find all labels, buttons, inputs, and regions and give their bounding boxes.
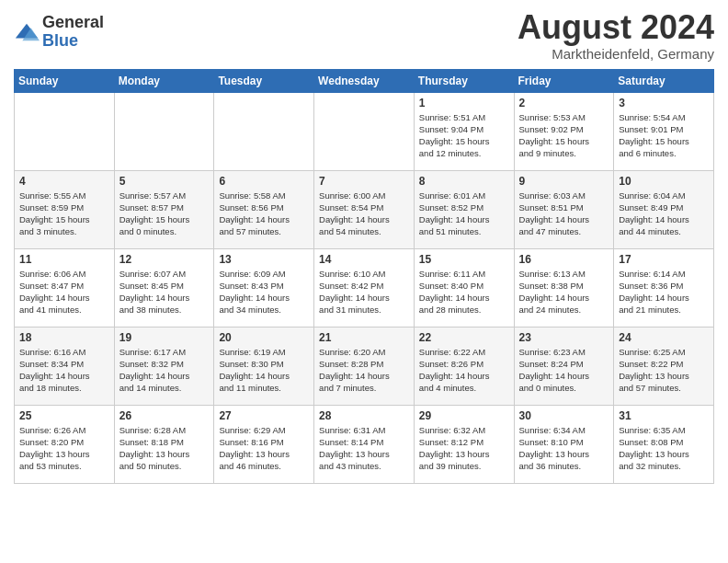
day-number: 31 xyxy=(619,409,709,422)
day-number: 3 xyxy=(619,97,709,109)
day-info: Sunrise: 6:19 AM Sunset: 8:30 PM Dayligh… xyxy=(219,346,309,395)
day-number: 2 xyxy=(519,97,609,109)
day-cell: 15Sunrise: 6:11 AM Sunset: 8:40 PM Dayli… xyxy=(414,248,514,327)
day-cell: 26Sunrise: 6:28 AM Sunset: 8:18 PM Dayli… xyxy=(114,405,214,483)
day-number: 27 xyxy=(219,409,309,422)
logo: General Blue xyxy=(14,14,104,51)
day-number: 13 xyxy=(219,253,309,266)
day-cell xyxy=(314,92,415,170)
day-cell: 4Sunrise: 5:55 AM Sunset: 8:59 PM Daylig… xyxy=(15,170,115,248)
day-number: 4 xyxy=(19,175,109,188)
day-number: 21 xyxy=(319,331,409,344)
day-info: Sunrise: 6:14 AM Sunset: 8:36 PM Dayligh… xyxy=(619,268,709,316)
day-info: Sunrise: 6:31 AM Sunset: 8:14 PM Dayligh… xyxy=(319,424,409,473)
day-cell: 29Sunrise: 6:32 AM Sunset: 8:12 PM Dayli… xyxy=(414,405,514,483)
day-info: Sunrise: 6:03 AM Sunset: 8:51 PM Dayligh… xyxy=(519,190,609,238)
day-cell: 9Sunrise: 6:03 AM Sunset: 8:51 PM Daylig… xyxy=(514,170,614,248)
page-header: General Blue August 2024 Marktheidenfeld… xyxy=(14,9,714,62)
month-title: August 2024 xyxy=(518,9,714,46)
day-cell: 20Sunrise: 6:19 AM Sunset: 8:30 PM Dayli… xyxy=(214,327,314,405)
week-row-4: 18Sunrise: 6:16 AM Sunset: 8:34 PM Dayli… xyxy=(15,327,714,405)
day-header-thursday: Thursday xyxy=(414,69,514,92)
day-cell: 31Sunrise: 6:35 AM Sunset: 8:08 PM Dayli… xyxy=(614,405,714,483)
day-header-wednesday: Wednesday xyxy=(314,69,415,92)
day-number: 19 xyxy=(119,331,210,344)
day-cell: 27Sunrise: 6:29 AM Sunset: 8:16 PM Dayli… xyxy=(214,405,314,483)
day-number: 14 xyxy=(319,253,409,266)
day-cell: 28Sunrise: 6:31 AM Sunset: 8:14 PM Dayli… xyxy=(314,405,415,483)
day-cell: 21Sunrise: 6:20 AM Sunset: 8:28 PM Dayli… xyxy=(314,327,415,405)
day-cell: 23Sunrise: 6:23 AM Sunset: 8:24 PM Dayli… xyxy=(514,327,614,405)
day-number: 25 xyxy=(19,409,109,422)
day-number: 20 xyxy=(219,331,309,344)
day-number: 1 xyxy=(419,97,509,109)
day-info: Sunrise: 6:22 AM Sunset: 8:26 PM Dayligh… xyxy=(419,346,509,395)
day-info: Sunrise: 5:58 AM Sunset: 8:56 PM Dayligh… xyxy=(219,190,309,238)
day-number: 23 xyxy=(519,331,609,344)
day-number: 28 xyxy=(319,409,409,422)
day-info: Sunrise: 5:51 AM Sunset: 9:04 PM Dayligh… xyxy=(419,111,509,160)
day-cell: 10Sunrise: 6:04 AM Sunset: 8:49 PM Dayli… xyxy=(614,170,714,248)
day-number: 15 xyxy=(419,253,509,266)
day-cell: 8Sunrise: 6:01 AM Sunset: 8:52 PM Daylig… xyxy=(414,170,514,248)
day-number: 9 xyxy=(519,175,609,188)
day-number: 24 xyxy=(619,331,709,344)
day-cell: 3Sunrise: 5:54 AM Sunset: 9:01 PM Daylig… xyxy=(614,92,714,170)
logo-general-text: General xyxy=(42,14,104,32)
day-cell: 24Sunrise: 6:25 AM Sunset: 8:22 PM Dayli… xyxy=(614,327,714,405)
day-number: 29 xyxy=(419,409,509,422)
day-info: Sunrise: 6:25 AM Sunset: 8:22 PM Dayligh… xyxy=(619,346,709,395)
day-cell: 13Sunrise: 6:09 AM Sunset: 8:43 PM Dayli… xyxy=(214,248,314,327)
logo-icon xyxy=(14,19,40,45)
day-header-saturday: Saturday xyxy=(614,69,714,92)
day-number: 11 xyxy=(19,253,109,266)
day-cell xyxy=(214,92,314,170)
day-info: Sunrise: 6:26 AM Sunset: 8:20 PM Dayligh… xyxy=(19,424,109,473)
day-info: Sunrise: 6:10 AM Sunset: 8:42 PM Dayligh… xyxy=(319,268,409,316)
day-info: Sunrise: 6:09 AM Sunset: 8:43 PM Dayligh… xyxy=(219,268,309,316)
day-cell: 7Sunrise: 6:00 AM Sunset: 8:54 PM Daylig… xyxy=(314,170,415,248)
day-cell xyxy=(114,92,214,170)
day-info: Sunrise: 6:04 AM Sunset: 8:49 PM Dayligh… xyxy=(619,190,709,238)
day-info: Sunrise: 5:55 AM Sunset: 8:59 PM Dayligh… xyxy=(19,190,109,238)
location: Marktheidenfeld, Germany xyxy=(518,46,714,62)
title-block: August 2024 Marktheidenfeld, Germany xyxy=(518,9,714,62)
day-info: Sunrise: 5:57 AM Sunset: 8:57 PM Dayligh… xyxy=(119,190,210,238)
day-cell: 18Sunrise: 6:16 AM Sunset: 8:34 PM Dayli… xyxy=(15,327,115,405)
day-cell: 19Sunrise: 6:17 AM Sunset: 8:32 PM Dayli… xyxy=(114,327,214,405)
day-number: 26 xyxy=(119,409,210,422)
week-row-5: 25Sunrise: 6:26 AM Sunset: 8:20 PM Dayli… xyxy=(15,405,714,483)
day-info: Sunrise: 5:54 AM Sunset: 9:01 PM Dayligh… xyxy=(619,111,709,160)
header-row: SundayMondayTuesdayWednesdayThursdayFrid… xyxy=(15,69,714,92)
day-number: 30 xyxy=(519,409,609,422)
day-number: 10 xyxy=(619,175,709,188)
day-info: Sunrise: 6:00 AM Sunset: 8:54 PM Dayligh… xyxy=(319,190,409,238)
day-number: 16 xyxy=(519,253,609,266)
calendar-table: SundayMondayTuesdayWednesdayThursdayFrid… xyxy=(14,69,714,484)
day-number: 12 xyxy=(119,253,210,266)
day-info: Sunrise: 6:34 AM Sunset: 8:10 PM Dayligh… xyxy=(519,424,609,473)
day-number: 17 xyxy=(619,253,709,266)
day-info: Sunrise: 6:01 AM Sunset: 8:52 PM Dayligh… xyxy=(419,190,509,238)
day-info: Sunrise: 6:07 AM Sunset: 8:45 PM Dayligh… xyxy=(119,268,210,316)
day-cell: 12Sunrise: 6:07 AM Sunset: 8:45 PM Dayli… xyxy=(114,248,214,327)
day-cell: 6Sunrise: 5:58 AM Sunset: 8:56 PM Daylig… xyxy=(214,170,314,248)
day-cell: 11Sunrise: 6:06 AM Sunset: 8:47 PM Dayli… xyxy=(15,248,115,327)
day-cell xyxy=(15,92,115,170)
week-row-1: 1Sunrise: 5:51 AM Sunset: 9:04 PM Daylig… xyxy=(15,92,714,170)
day-cell: 14Sunrise: 6:10 AM Sunset: 8:42 PM Dayli… xyxy=(314,248,415,327)
week-row-2: 4Sunrise: 5:55 AM Sunset: 8:59 PM Daylig… xyxy=(15,170,714,248)
day-number: 22 xyxy=(419,331,509,344)
day-info: Sunrise: 6:20 AM Sunset: 8:28 PM Dayligh… xyxy=(319,346,409,395)
day-info: Sunrise: 6:35 AM Sunset: 8:08 PM Dayligh… xyxy=(619,424,709,473)
day-cell: 30Sunrise: 6:34 AM Sunset: 8:10 PM Dayli… xyxy=(514,405,614,483)
day-info: Sunrise: 6:16 AM Sunset: 8:34 PM Dayligh… xyxy=(19,346,109,395)
day-header-sunday: Sunday xyxy=(15,69,115,92)
day-header-tuesday: Tuesday xyxy=(214,69,314,92)
week-row-3: 11Sunrise: 6:06 AM Sunset: 8:47 PM Dayli… xyxy=(15,248,714,327)
logo-blue-text: Blue xyxy=(42,32,104,51)
day-number: 7 xyxy=(319,175,409,188)
day-cell: 2Sunrise: 5:53 AM Sunset: 9:02 PM Daylig… xyxy=(514,92,614,170)
day-info: Sunrise: 6:23 AM Sunset: 8:24 PM Dayligh… xyxy=(519,346,609,395)
day-number: 18 xyxy=(19,331,109,344)
